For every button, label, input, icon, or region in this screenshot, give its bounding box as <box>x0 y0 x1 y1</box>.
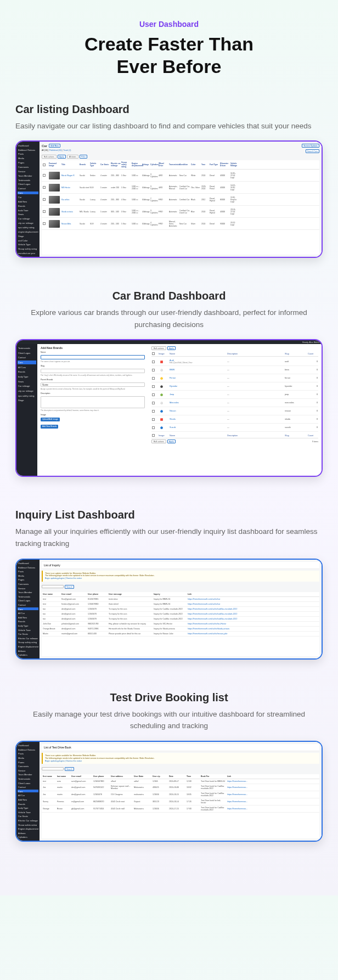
column-header[interactable]: Group safety rating <box>121 161 131 168</box>
car-title-link[interactable]: Skoda octavia <box>61 211 79 213</box>
car-title-link[interactable]: Maruti Wagon R <box>61 174 79 177</box>
sidebar-item[interactable]: All Cars <box>18 365 36 369</box>
sidebar-item[interactable]: Dashboard <box>18 562 38 565</box>
sidebar-item[interactable]: epa safety rating <box>18 394 36 397</box>
column-header[interactable]: Description <box>227 435 284 437</box>
brand-name-input[interactable] <box>41 355 145 359</box>
column-header[interactable]: Year <box>201 164 209 166</box>
sidebar-item[interactable]: Engine displacement <box>18 645 38 647</box>
column-header[interactable]: Engine displacement <box>132 162 142 167</box>
column-header[interactable]: Electric car mileage <box>111 162 121 167</box>
sidebar-item[interactable]: body Type <box>18 624 38 627</box>
sidebar-item[interactable]: Testimonials <box>18 778 38 780</box>
inquiry-link[interactable]: https://themeforennooft.com/carlist/niss… <box>188 633 318 635</box>
column-header[interactable]: Name <box>170 353 226 355</box>
column-header[interactable]: Title <box>61 164 79 166</box>
column-header[interactable]: Image <box>159 435 168 437</box>
sidebar-item[interactable]: Cars <box>18 607 38 610</box>
sidebar-item[interactable]: Vehicle Type <box>18 628 38 631</box>
column-header[interactable]: Fuel Type <box>210 164 219 166</box>
select-all-checkbox[interactable] <box>152 434 155 437</box>
sidebar-item[interactable]: Boldmart Options <box>18 748 38 751</box>
sidebar-item[interactable]: Cars <box>18 361 36 364</box>
sidebar-item[interactable]: Seats <box>18 213 38 216</box>
inquiry-link[interactable]: https://themeforennooft.com/carlist/cadi… <box>188 618 318 620</box>
sidebar-item[interactable]: Service <box>18 769 38 771</box>
row-checkbox[interactable] <box>152 377 155 380</box>
sidebar-item[interactable]: Cars <box>18 790 38 792</box>
sidebar-item[interactable]: Brands <box>18 204 38 207</box>
sidebar-item[interactable]: Testimonials <box>18 595 38 598</box>
brand-slug-input[interactable] <box>41 369 145 373</box>
row-checkbox[interactable] <box>43 198 46 201</box>
inquiry-link[interactable]: https://themeforennooft.com/carlist/cadi… <box>188 608 318 610</box>
sidebar-item[interactable]: Cylinders <box>18 836 38 838</box>
sidebar-item[interactable]: Dashboard <box>18 144 38 147</box>
search-input[interactable] <box>42 585 64 588</box>
row-checkbox[interactable] <box>152 361 155 363</box>
inquiry-link[interactable]: https://themeforennooft.com/carlist/skod… <box>188 628 318 630</box>
sidebar-item[interactable]: Client Logos <box>18 599 38 602</box>
sidebar-item[interactable]: Brands <box>18 370 36 374</box>
drive-link[interactable]: https://themeforennoo... <box>227 780 318 782</box>
brand-name-link[interactable]: Ferrari <box>170 377 176 379</box>
sidebar-item[interactable]: All Car <box>18 794 38 797</box>
row-checkbox[interactable] <box>43 174 46 177</box>
column-header[interactable]: Description <box>227 353 284 355</box>
row-checkbox[interactable] <box>152 418 155 421</box>
brand-name-link[interactable]: Nissan <box>170 410 176 412</box>
column-header[interactable]: Name <box>170 435 226 437</box>
car-title-link[interactable]: Nissan Altia <box>61 223 79 225</box>
brand-name-link[interactable]: Mercedes <box>170 402 179 404</box>
sidebar-item[interactable]: Stage <box>18 399 36 402</box>
sidebar-item[interactable]: Media <box>18 757 38 759</box>
drive-link[interactable]: https://themeforennoo... <box>227 801 318 803</box>
sidebar-item[interactable]: Cars <box>18 192 38 194</box>
date-filter-select[interactable]: All dates <box>67 155 78 159</box>
column-header[interactable]: Vehicle Type <box>90 162 100 167</box>
column-header[interactable]: Car Seats <box>100 164 110 166</box>
row-checkbox[interactable] <box>152 393 155 396</box>
sidebar-item[interactable]: Dashboard <box>18 744 38 747</box>
brand-name-link[interactable]: Skoda <box>170 418 176 420</box>
sidebar-item[interactable]: Contact <box>18 604 38 606</box>
sidebar-item[interactable]: Car Seats <box>18 815 38 818</box>
sidebar-item[interactable]: Group safety rating <box>18 823 38 826</box>
sidebar-item[interactable]: Add New <box>18 798 38 801</box>
brand-name-link[interactable]: Suzuki <box>170 426 176 429</box>
sidebar-item[interactable]: Team Member <box>18 174 38 177</box>
sidebar-item[interactable]: Add New <box>18 616 38 618</box>
column-header[interactable]: Vehicle Mileage <box>230 162 238 167</box>
column-header[interactable]: Slug <box>285 435 307 437</box>
sidebar-item[interactable]: Group safety rating <box>18 247 38 250</box>
row-checkbox[interactable] <box>43 222 46 225</box>
sidebar-item[interactable]: Service <box>18 170 38 172</box>
brand-name-link[interactable]: Hyundai <box>170 385 177 387</box>
add-new-button[interactable]: Add New <box>49 144 60 148</box>
inquiry-link[interactable]: https://themeforennooft.com/carlist/car <box>188 598 318 600</box>
row-checkbox[interactable] <box>152 385 155 388</box>
sidebar-item[interactable]: Car mileage <box>18 385 36 388</box>
sidebar-item[interactable]: Electric Car mileage <box>18 819 38 821</box>
description-textarea[interactable] <box>41 396 145 408</box>
sidebar-item[interactable]: Boldmart Options <box>18 148 38 151</box>
select-all-checkbox[interactable] <box>152 352 155 355</box>
sidebar-item[interactable]: Testimonials <box>18 346 36 350</box>
sidebar-item[interactable]: Contact <box>18 786 38 788</box>
sidebar-item[interactable]: city car mileage <box>18 222 38 224</box>
select-all-checkbox[interactable] <box>43 164 46 166</box>
column-header[interactable]: Count <box>308 435 318 437</box>
search-button[interactable]: Search <box>65 767 74 771</box>
sidebar-item[interactable]: Posts <box>18 752 38 755</box>
car-title-link[interactable]: MG Hector <box>61 187 79 189</box>
screen-options-button[interactable]: Screen Options <box>302 144 319 148</box>
inquiry-link[interactable]: https://themeforennooft.com/carlist/cadi… <box>188 613 318 615</box>
sidebar-item[interactable]: body Type <box>18 807 38 809</box>
sidebar-item[interactable]: Car mileage <box>18 217 38 220</box>
sidebar-item[interactable]: Team Member <box>18 773 38 776</box>
column-header[interactable]: Transmission <box>169 164 179 166</box>
sidebar-item[interactable]: All Car <box>18 612 38 615</box>
drive-link[interactable]: https://themeforennoo... <box>227 793 318 796</box>
column-header[interactable]: Brands <box>80 164 89 166</box>
sidebar-item[interactable]: manufacture year <box>18 252 38 255</box>
